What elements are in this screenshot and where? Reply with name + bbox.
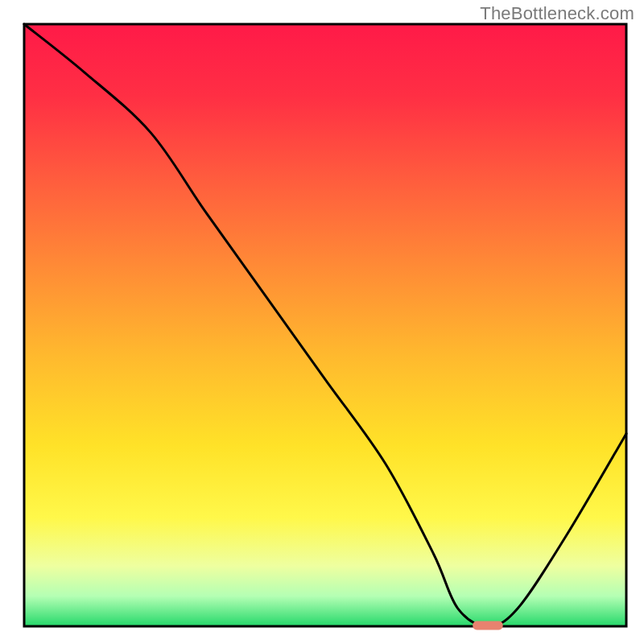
plot-background bbox=[24, 24, 626, 626]
optimal-marker bbox=[473, 621, 502, 630]
watermark-text: TheBottleneck.com bbox=[480, 3, 634, 24]
bottleneck-chart bbox=[0, 0, 644, 644]
chart-container: TheBottleneck.com bbox=[0, 0, 644, 644]
